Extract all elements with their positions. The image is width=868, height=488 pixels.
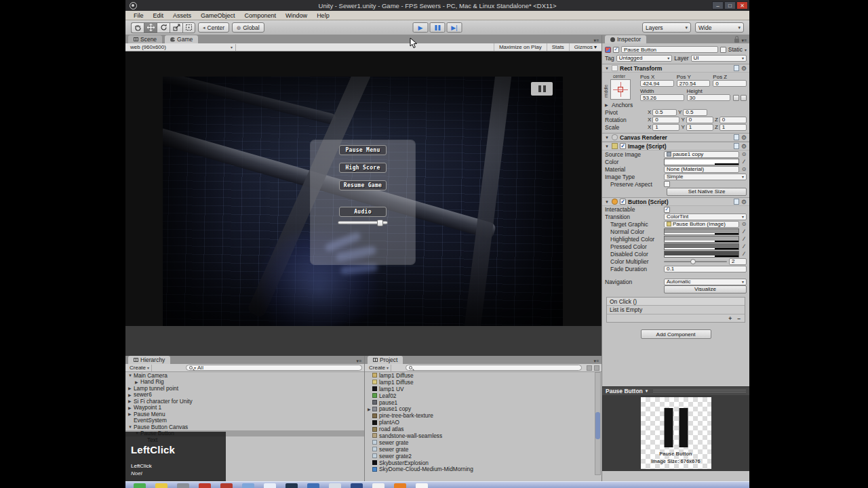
fold-icon[interactable]: ▼ bbox=[128, 425, 134, 429]
preview-header[interactable]: Pause Button▾ bbox=[602, 386, 749, 395]
gear-icon[interactable]: ⚙ bbox=[741, 143, 747, 150]
object-picker-icon[interactable]: ⊙ bbox=[741, 151, 747, 157]
fold-icon[interactable]: ▶ bbox=[128, 399, 134, 403]
fold-icon[interactable]: ▶ bbox=[128, 405, 134, 410]
hierarchy-create-button[interactable]: Create▾ bbox=[127, 365, 152, 371]
project-item-sewer-grate[interactable]: sewer grate bbox=[365, 439, 601, 446]
tab-game[interactable]: Game bbox=[165, 35, 198, 43]
volume-slider[interactable] bbox=[338, 221, 388, 224]
image-enabled-checkbox[interactable]: ✓ bbox=[620, 143, 626, 149]
fold-icon[interactable]: ▶ bbox=[128, 386, 134, 390]
object-name-field[interactable]: Pause Button bbox=[621, 46, 718, 53]
rotate-tool-button[interactable] bbox=[157, 22, 170, 33]
target-graphic-field[interactable]: Pause Button (Image) bbox=[664, 221, 739, 228]
layer-dropdown[interactable]: UI▾ bbox=[691, 55, 747, 62]
taskbar-app-icon[interactable] bbox=[307, 483, 319, 488]
fold-icon[interactable]: ▶ bbox=[128, 392, 134, 397]
project-create-button[interactable]: Create▾ bbox=[367, 365, 391, 371]
slider-handle[interactable] bbox=[690, 259, 696, 264]
project-search-input[interactable] bbox=[406, 365, 582, 371]
taskbar-app-icon[interactable] bbox=[220, 483, 233, 488]
step-button[interactable]: ▶| bbox=[447, 22, 462, 33]
add-listener-button[interactable]: + bbox=[728, 315, 732, 322]
eyedropper-icon[interactable]: ∕ bbox=[741, 228, 747, 235]
visualize-button[interactable]: Visualize bbox=[664, 285, 747, 293]
tab-project[interactable]: Project bbox=[368, 356, 403, 364]
pause-button[interactable] bbox=[430, 22, 446, 33]
fold-icon[interactable]: ▼ bbox=[605, 66, 610, 70]
remove-listener-button[interactable]: – bbox=[737, 315, 741, 322]
hierarchy-item-si-fi-character-for-unity[interactable]: ▶Si Fi character for Unity bbox=[125, 398, 364, 405]
taskbar-app-icon[interactable] bbox=[177, 483, 189, 488]
fold-icon[interactable]: ▼ bbox=[128, 373, 134, 378]
fold-icon[interactable]: ▶ bbox=[128, 411, 134, 416]
menu-item-edit[interactable]: Edit bbox=[149, 12, 169, 19]
project-item-plantao[interactable]: plantAO bbox=[365, 419, 601, 426]
pause-menu-button-pause-menu[interactable]: Pause Menu bbox=[339, 145, 387, 155]
play-button[interactable]: ▶ bbox=[413, 22, 429, 33]
hierarchy-item-hand-rig[interactable]: ▶Hand Rig bbox=[125, 379, 364, 386]
gear-icon[interactable]: ⚙ bbox=[741, 199, 747, 205]
inspector-lock[interactable]: ▾≡ bbox=[734, 38, 747, 43]
maximize-button[interactable]: □ bbox=[724, 1, 736, 9]
material-field[interactable]: None (Material) bbox=[664, 166, 739, 173]
width-field[interactable]: 53.26 bbox=[640, 94, 684, 101]
color-swatch[interactable] bbox=[664, 228, 739, 235]
panel-menu-icon[interactable]: ▾≡ bbox=[593, 359, 599, 364]
transition-dropdown[interactable]: ColorTint▾ bbox=[664, 214, 747, 220]
preview-drag-handle[interactable] bbox=[653, 390, 746, 392]
pause-menu-button-resume-game[interactable]: Resume Game bbox=[339, 180, 387, 190]
taskbar-app-icon[interactable] bbox=[155, 483, 167, 488]
pause-menu-button-high-score[interactable]: High Score bbox=[339, 163, 387, 173]
pivot-y-field[interactable]: 0.5 bbox=[683, 109, 707, 116]
project-item-leaf02[interactable]: Leaf02 bbox=[365, 392, 601, 399]
pivot-global-button[interactable]: ◍Global bbox=[232, 22, 264, 33]
tab-scene[interactable]: Scene bbox=[128, 35, 162, 43]
hierarchy-item-pause-button-canvas[interactable]: ▼Pause Button Canvas bbox=[125, 424, 364, 430]
menu-item-gameobject[interactable]: GameObject bbox=[196, 12, 240, 19]
eyedropper-icon[interactable]: ∕ bbox=[741, 251, 747, 257]
taskbar-app-icon[interactable] bbox=[351, 483, 363, 488]
audio-button[interactable]: Audio bbox=[339, 207, 387, 217]
hierarchy-item-main-camera[interactable]: ▼Main Camera bbox=[125, 372, 364, 379]
fold-icon[interactable]: ▶ bbox=[605, 102, 610, 107]
height-field[interactable]: 30 bbox=[687, 94, 731, 101]
project-item-sewer-grate[interactable]: sewer grate bbox=[365, 446, 601, 453]
rotation-z-field[interactable]: 0 bbox=[719, 117, 747, 123]
tag-dropdown[interactable]: Untagged▾ bbox=[616, 55, 673, 62]
scale-tool-button[interactable] bbox=[170, 22, 182, 33]
fold-icon[interactable]: ▼ bbox=[605, 136, 610, 140]
color-swatch[interactable] bbox=[664, 243, 739, 250]
static-caret-icon[interactable]: ▾ bbox=[745, 47, 747, 52]
preserve-aspect-checkbox[interactable] bbox=[664, 181, 670, 187]
hierarchy-item-sewer6[interactable]: ▶sewer6 bbox=[125, 392, 364, 399]
stats-toggle[interactable]: Stats bbox=[547, 43, 569, 51]
windows-taskbar[interactable] bbox=[125, 481, 749, 488]
ingame-pause-button[interactable] bbox=[531, 82, 553, 96]
gizmos-dropdown[interactable]: Gizmos▾ bbox=[569, 43, 601, 51]
favorites-filter-icon[interactable] bbox=[587, 365, 592, 371]
pos-x-field[interactable]: 424.94 bbox=[640, 80, 674, 87]
taskbar-app-icon[interactable] bbox=[372, 483, 384, 488]
tab-hierarchy[interactable]: Hierarchy bbox=[128, 356, 170, 364]
move-tool-button[interactable] bbox=[144, 22, 157, 33]
project-item-skybusterexplosion[interactable]: SkybusterExplosion bbox=[365, 460, 601, 466]
blueprint-mode-toggle[interactable] bbox=[733, 95, 739, 101]
project-item-road-atlas[interactable]: road atlas bbox=[365, 426, 601, 432]
pivot-x-field[interactable]: 0.5 bbox=[652, 109, 677, 116]
menu-item-window[interactable]: Window bbox=[281, 12, 312, 19]
pan-tool-button[interactable] bbox=[131, 22, 144, 33]
layers-dropdown[interactable]: Layers▾ bbox=[642, 22, 691, 33]
gear-icon[interactable]: ⚙ bbox=[741, 134, 747, 141]
project-item-sandstone-wall-seamless[interactable]: sandstone-wall-seamless bbox=[365, 432, 601, 439]
interactable-checkbox[interactable]: ✓ bbox=[664, 207, 670, 213]
color-swatch[interactable] bbox=[664, 236, 739, 243]
taskbar-app-icon[interactable] bbox=[394, 483, 406, 488]
rect-tool-button[interactable] bbox=[182, 22, 195, 33]
pos-y-field[interactable]: 270.54 bbox=[677, 80, 711, 87]
scale-x-field[interactable]: 1 bbox=[652, 124, 679, 131]
pivot-center-button[interactable]: ◂Center bbox=[198, 22, 229, 33]
taskbar-app-icon[interactable] bbox=[329, 483, 341, 488]
panel-menu-icon[interactable]: ▾≡ bbox=[593, 38, 599, 43]
taskbar-app-icon[interactable] bbox=[199, 483, 211, 488]
